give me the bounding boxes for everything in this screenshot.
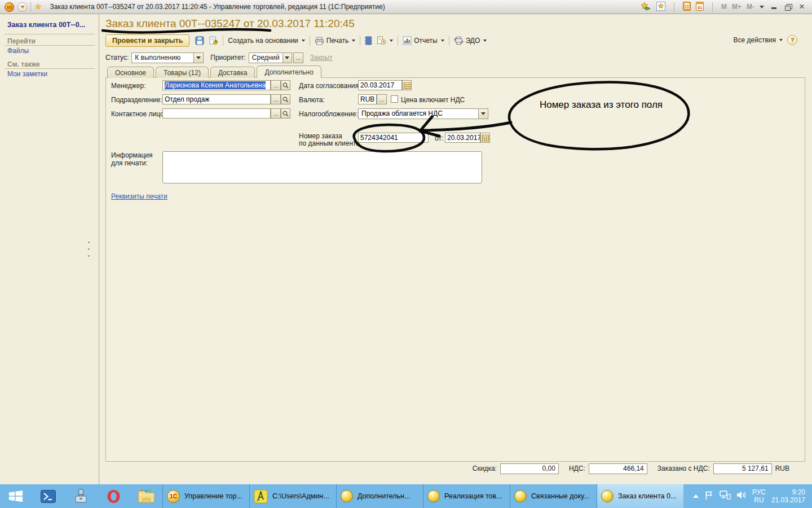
department-field[interactable]: Отдел продаж [162,94,271,104]
from-label: от: [435,134,443,142]
register-records-button[interactable] [363,35,374,46]
restore-button[interactable] [783,2,792,11]
priority-label: Приоритет: [210,54,246,62]
calendar-icon[interactable]: 31 [696,2,704,12]
contact-search-button[interactable] [281,108,290,119]
currency-field[interactable]: RUB [358,94,377,104]
create-based-on-button[interactable]: Создать на основании [226,36,307,46]
favorites-list-icon[interactable] [656,2,665,12]
start-button[interactable] [0,484,32,508]
agree-date-field[interactable]: 20.03.2017 [358,80,402,90]
calculator-icon[interactable] [683,2,691,12]
onec-logo-icon: 1С [167,490,180,503]
server-manager-icon [73,489,89,504]
splitter-grip[interactable] [88,242,90,244]
favorites-star-icon[interactable]: ★ [34,2,42,12]
onec-app-icon[interactable]: 1С [5,2,14,12]
clock[interactable]: 9:20 21.03.2017 [771,488,805,504]
status-combobox[interactable]: К выполнению [131,52,204,63]
tab-main[interactable]: Основное [107,67,154,78]
network-icon[interactable] [720,491,731,502]
status-value: К выполнению [132,53,193,63]
currency-label: Валюта: [299,96,325,104]
explorer-taskbar-icon[interactable] [130,484,162,508]
post-and-close-button[interactable]: Провести и закрыть [105,34,189,47]
volume-icon[interactable] [736,491,747,502]
tab-strip: Основное Товары (12) Доставка Дополнител… [107,65,323,78]
manager-search-button[interactable] [281,80,290,90]
contact-field[interactable] [162,108,271,119]
reports-button[interactable]: Отчеты [400,35,446,46]
screen: 1С ★ Заказ клиента 00Т--035247 от 20.03.… [0,0,812,508]
add-favorite-icon[interactable] [641,2,651,12]
stack-icon [365,36,372,45]
total-with-vat-field[interactable]: 5 127,61 [713,463,772,474]
splitter-grip[interactable] [88,255,90,257]
edo-button[interactable]: ЭДО [452,35,489,46]
discount-field[interactable]: 0,00 [500,463,559,474]
taskbar-item-customer-order[interactable]: Заказ клиента 0... [597,484,683,508]
save-icon [195,36,204,45]
server-manager-taskbar-icon[interactable] [64,484,97,508]
chevron-down-icon [779,39,783,41]
department-select-button[interactable]: ... [271,94,281,104]
total-with-vat-label: Заказано с НДС: [657,465,710,472]
taskbar-item-users-folder[interactable]: C:\Users\Админ... [249,484,336,508]
status-dropdown-button[interactable] [193,53,203,63]
chevron-down-icon [441,40,444,42]
manager-field[interactable]: Ларионова Ксения Анатольевна [162,80,271,90]
save-button[interactable] [193,35,206,46]
main-menu-button[interactable] [17,2,27,12]
powershell-taskbar-icon[interactable] [32,484,64,508]
department-search-button[interactable] [281,94,290,104]
document-log-button[interactable] [374,35,395,46]
help-button[interactable]: ? [787,35,797,45]
priority-select-button[interactable]: ... [293,52,303,63]
tab-additional[interactable]: Дополнительно [257,65,321,78]
calendar-grid-icon [482,135,489,141]
agree-date-calendar-button[interactable] [402,80,412,90]
all-actions-button[interactable]: Все действия [734,36,783,44]
toolbar-separator [223,36,223,46]
taskbar-item-realization[interactable]: Реализация тов... [423,484,510,508]
vat-included-checkbox[interactable] [391,95,398,103]
sidebar-item-files[interactable]: Файлы [7,47,29,55]
taskbar-item-linked-docs[interactable]: Связанные доку... [510,484,597,508]
taskbar-item-additional[interactable]: Дополнительн... [336,484,423,508]
from-date-calendar-button[interactable] [480,133,490,143]
taskbar-item-trade-management[interactable]: 1С Управление тор... [162,484,249,508]
titlebar-more-icon[interactable] [760,6,764,8]
chevron-down-icon [196,56,201,59]
opera-taskbar-icon[interactable] [97,484,130,508]
currency-select-button[interactable]: ... [377,94,387,104]
close-button[interactable]: × [797,1,806,12]
sidebar-item-my-notes[interactable]: Мои заметки [7,70,47,78]
print-details-link[interactable]: Реквизиты печати [111,192,167,200]
contact-select-button[interactable]: ... [271,108,281,119]
tab-delivery[interactable]: Доставка [210,67,255,78]
print-info-textarea[interactable] [162,151,482,183]
tray-expand-icon[interactable] [693,494,699,498]
language-indicator[interactable]: РУС RU [752,488,766,504]
closed-link[interactable]: Закрыт [310,54,333,62]
minimize-button[interactable] [769,2,778,11]
splitter-grip[interactable] [88,248,90,251]
manager-select-button[interactable]: ... [271,80,281,90]
tax-combobox[interactable]: Продажа облагается НДС [358,108,488,119]
tab-goods[interactable]: Товары (12) [156,67,209,78]
order-num-field[interactable]: 5724342041 [358,133,429,143]
vat-total-field[interactable]: 466,14 [589,463,647,474]
titlebar-separator [30,2,31,12]
action-center-flag-icon[interactable] [704,491,714,502]
memory-minus-button[interactable]: M- [747,3,754,11]
save-and-new-button[interactable] [206,35,220,46]
search-icon [283,111,289,117]
priority-dropdown-button[interactable] [283,53,292,63]
memory-plus-button[interactable]: M+ [732,3,742,11]
drafting-app-icon [254,489,268,503]
tax-dropdown-button[interactable] [478,109,488,119]
print-button[interactable]: Печать [312,36,358,46]
memory-button[interactable]: M [721,3,727,11]
from-date-field[interactable]: 20.03.2017 [445,133,480,143]
priority-combobox[interactable]: Средний [249,52,292,63]
